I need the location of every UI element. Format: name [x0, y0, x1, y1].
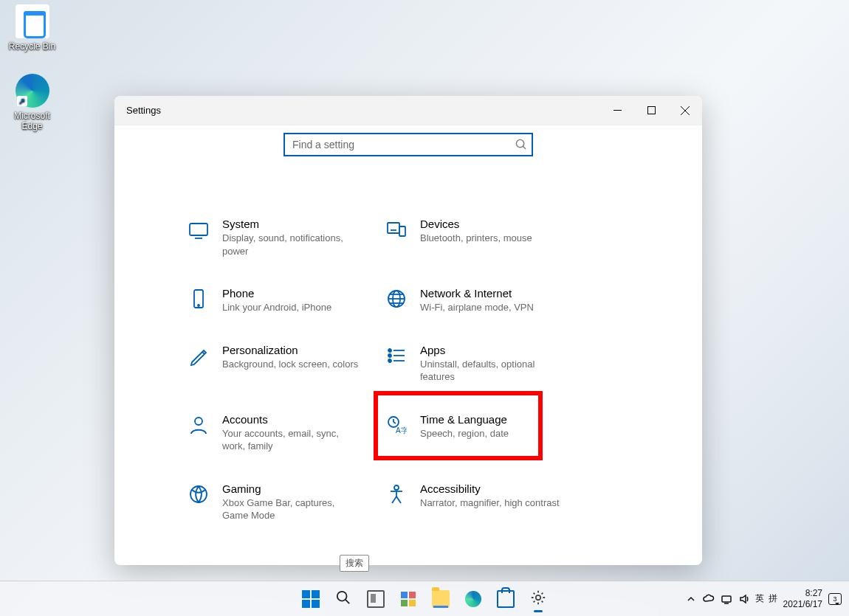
category-system[interactable]: System Display, sound, notifications, po…	[187, 218, 385, 257]
taskbar-search-button[interactable]	[329, 584, 358, 614]
clock[interactable]: 8:27 2021/6/17	[783, 588, 822, 609]
shortcut-arrow-icon: ↗	[17, 96, 27, 106]
category-title: Accessibility	[420, 482, 560, 495]
start-button[interactable]	[296, 584, 326, 614]
category-network[interactable]: Network & Internet Wi-Fi, airplane mode,…	[385, 287, 582, 314]
file-explorer-button[interactable]	[426, 584, 456, 614]
svg-line-35	[396, 496, 401, 503]
settings-content[interactable]: System Display, sound, notifications, po…	[114, 166, 702, 565]
notification-icon: 3	[828, 593, 842, 605]
category-accounts[interactable]: Accounts Your accounts, email, sync, wor…	[187, 413, 385, 453]
globe-icon	[385, 287, 408, 311]
desktop-icon-label: Microsoft Edge	[4, 111, 60, 131]
task-view-button[interactable]	[361, 584, 391, 614]
search-icon	[336, 590, 351, 608]
phone-icon	[187, 287, 210, 311]
category-gaming[interactable]: Gaming Xbox Game Bar, captures, Game Mod…	[187, 482, 385, 522]
category-devices[interactable]: Devices Bluetooth, printers, mouse	[385, 218, 582, 257]
time-language-icon: A字	[385, 413, 408, 437]
category-subtitle: Your accounts, email, sync, work, family	[222, 427, 362, 453]
category-time-language[interactable]: A字 Time & Language Speech, region, date	[385, 413, 582, 453]
task-view-icon	[367, 590, 385, 608]
category-subtitle: Uninstall, defaults, optional features	[420, 358, 560, 384]
system-tray[interactable]: 英 拼 8:27 2021/6/17 3	[683, 588, 843, 609]
settings-window: Settings System	[114, 96, 702, 565]
svg-rect-6	[190, 224, 207, 235]
search-tooltip: 搜索	[340, 555, 369, 572]
minimize-button[interactable]	[600, 96, 634, 125]
store-icon	[497, 590, 515, 608]
svg-point-38	[536, 595, 540, 599]
titlebar[interactable]: Settings	[114, 96, 702, 125]
svg-rect-39	[722, 596, 731, 602]
settings-taskbar-button[interactable]	[523, 584, 553, 614]
category-title: Accounts	[222, 413, 362, 426]
widgets-icon	[401, 592, 416, 606]
desktop-recycle-bin[interactable]: Recycle Bin	[4, 4, 60, 52]
search-input[interactable]	[283, 133, 533, 156]
category-personalization[interactable]: Personalization Background, lock screen,…	[187, 344, 385, 384]
category-subtitle: Narrator, magnifier, high contrast	[420, 496, 560, 510]
category-accessibility[interactable]: Accessibility Narrator, magnifier, high …	[385, 482, 582, 522]
svg-rect-8	[388, 223, 399, 233]
svg-line-34	[392, 496, 396, 503]
widgets-button[interactable]	[393, 584, 423, 614]
ime-indicator-2[interactable]: 拼	[767, 591, 779, 607]
svg-rect-1	[647, 107, 655, 114]
svg-rect-9	[399, 226, 405, 236]
accounts-icon	[187, 413, 210, 437]
edge-button[interactable]	[458, 584, 488, 614]
pen-icon	[187, 344, 210, 367]
svg-point-4	[516, 139, 523, 147]
devices-icon	[385, 218, 408, 241]
svg-line-37	[346, 599, 349, 603]
category-title: Time & Language	[420, 413, 509, 426]
window-title: Settings	[126, 105, 161, 116]
start-icon	[302, 590, 320, 608]
notification-center[interactable]: 3	[827, 591, 843, 607]
svg-point-21	[388, 354, 391, 357]
edge-icon	[465, 591, 481, 607]
gaming-icon	[187, 482, 210, 506]
svg-text:A字: A字	[396, 426, 407, 435]
svg-line-28	[393, 422, 396, 423]
svg-point-31	[394, 485, 399, 490]
category-title: Gaming	[222, 482, 362, 495]
clock-date: 2021/6/17	[783, 599, 822, 609]
onedrive-icon[interactable]	[701, 591, 717, 607]
clock-time: 8:27	[783, 588, 822, 598]
category-title: Phone	[222, 287, 331, 300]
category-subtitle: Xbox Game Bar, captures, Game Mode	[222, 496, 362, 522]
svg-point-25	[195, 418, 202, 425]
category-subtitle: Display, sound, notifications, power	[222, 232, 362, 257]
category-title: Devices	[420, 218, 532, 230]
search-icon	[515, 139, 526, 153]
category-apps[interactable]: Apps Uninstall, defaults, optional featu…	[385, 344, 582, 384]
svg-point-36	[337, 591, 347, 601]
desktop-icon-label: Recycle Bin	[4, 41, 60, 52]
svg-line-18	[202, 352, 204, 354]
category-title: Personalization	[222, 344, 358, 356]
store-button[interactable]	[491, 584, 520, 614]
category-title: System	[222, 218, 362, 230]
category-subtitle: Bluetooth, printers, mouse	[420, 232, 532, 245]
category-title: Network & Internet	[420, 287, 534, 300]
gear-icon	[530, 589, 546, 609]
svg-line-5	[523, 146, 526, 149]
tray-overflow[interactable]	[683, 591, 699, 607]
recycle-bin-icon	[16, 4, 49, 38]
category-phone[interactable]: Phone Link your Android, iPhone	[187, 287, 385, 314]
svg-point-12	[198, 305, 199, 306]
svg-point-23	[388, 359, 391, 362]
folder-icon	[432, 590, 450, 608]
category-subtitle: Wi-Fi, airplane mode, VPN	[420, 301, 534, 314]
accessibility-icon	[385, 482, 408, 506]
ime-indicator-1[interactable]: 英	[754, 591, 766, 607]
svg-point-19	[388, 349, 391, 352]
volume-icon[interactable]	[736, 591, 752, 607]
category-subtitle: Speech, region, date	[420, 427, 509, 440]
close-button[interactable]	[668, 96, 702, 125]
desktop-edge[interactable]: ↗ Microsoft Edge	[4, 74, 60, 131]
maximize-button[interactable]	[634, 96, 668, 125]
network-icon[interactable]	[718, 591, 735, 607]
